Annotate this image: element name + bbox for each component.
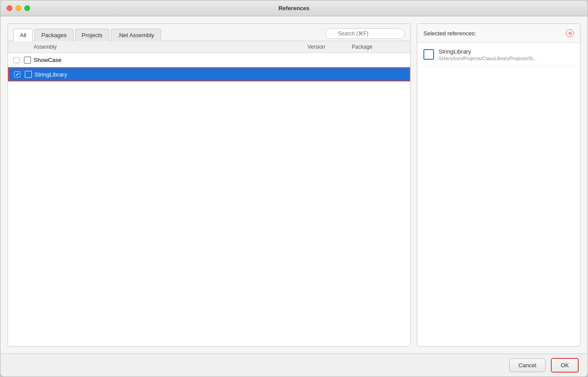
- col-icon-cell: [24, 57, 34, 64]
- right-panel: Selected references: ⊗ StringLibrary /Us…: [417, 23, 580, 346]
- search-input[interactable]: [325, 28, 405, 39]
- search-wrap: 🔍: [325, 28, 405, 39]
- references-window: References All Packages Projects .Net As…: [0, 0, 588, 377]
- ref-item: StringLibrary /Users/tom/Projects/ClassL…: [417, 43, 580, 67]
- search-bar-wrap: 🔍: [325, 28, 405, 39]
- row-checkbox-showcase[interactable]: [13, 57, 19, 63]
- col-assembly-header: Assembly: [34, 44, 307, 50]
- close-button[interactable]: [7, 5, 12, 11]
- ok-button[interactable]: OK: [551, 358, 579, 373]
- tab-bar: All Packages Projects .Net Assembly 🔍: [8, 24, 410, 41]
- assembly-icon-showcase: [24, 57, 31, 64]
- col-check-cell: ✓: [14, 71, 25, 77]
- ref-name: StringLibrary: [438, 48, 537, 55]
- maximize-button[interactable]: [24, 5, 30, 11]
- titlebar: References: [0, 0, 588, 16]
- footer: Cancel OK: [0, 354, 588, 377]
- ref-icon: [423, 49, 434, 60]
- tab-net-assembly[interactable]: .Net Assembly: [111, 29, 161, 41]
- table-row[interactable]: ✓ StringLibrary: [8, 67, 410, 81]
- table-body: ShowCase ✓ StringLibrary: [8, 53, 410, 346]
- assembly-icon-stringlibrary: [25, 71, 32, 78]
- window-title: References: [278, 5, 309, 12]
- left-panel: All Packages Projects .Net Assembly 🔍 As…: [8, 23, 411, 346]
- ref-info: StringLibrary /Users/tom/Projects/ClassL…: [438, 48, 537, 61]
- tab-all[interactable]: All: [13, 29, 33, 41]
- tab-packages[interactable]: Packages: [35, 29, 73, 41]
- minimize-button[interactable]: [15, 5, 21, 11]
- selected-refs-header: Selected references: ⊗: [417, 24, 580, 43]
- table-header: Assembly Version Package: [8, 41, 410, 53]
- ref-path: /Users/tom/Projects/ClassLibraryProjects…: [438, 56, 537, 61]
- col-icon-cell: [25, 71, 35, 78]
- main-content: All Packages Projects .Net Assembly 🔍 As…: [0, 16, 588, 354]
- row-name-showcase: ShowCase: [34, 57, 307, 63]
- table-row[interactable]: ShowCase: [8, 53, 410, 67]
- col-package-header: Package: [352, 44, 405, 50]
- row-checkbox-stringlibrary[interactable]: ✓: [14, 71, 20, 77]
- selected-refs-label: Selected references:: [423, 30, 476, 37]
- col-version-header: Version: [307, 44, 352, 50]
- row-name-stringlibrary: StringLibrary: [35, 71, 307, 78]
- checkmark-stringlibrary: ✓: [15, 72, 19, 77]
- traffic-lights: [7, 5, 30, 11]
- col-check-cell: [13, 57, 24, 63]
- tab-projects[interactable]: Projects: [75, 29, 109, 41]
- clear-refs-button[interactable]: ⊗: [566, 29, 574, 37]
- cancel-button[interactable]: Cancel: [509, 358, 546, 372]
